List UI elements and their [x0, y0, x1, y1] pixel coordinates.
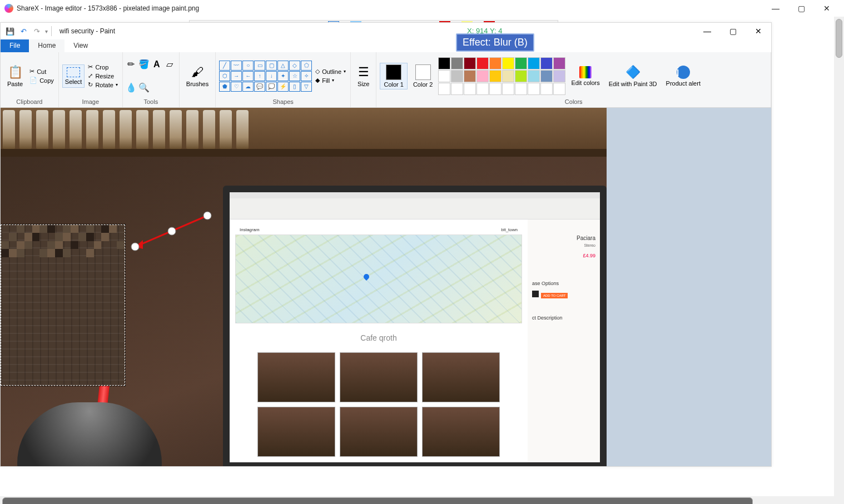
color-swatch[interactable]	[451, 83, 463, 95]
resize-label: Resize	[95, 73, 114, 79]
color-swatch[interactable]	[489, 70, 502, 82]
color-palette[interactable]	[438, 57, 565, 95]
color-swatch[interactable]	[464, 57, 476, 69]
crop-button[interactable]: ✂Crop	[87, 63, 118, 71]
shapes-gallery[interactable]: ╱〰○▭▢△◇⬠ ⬡→←↑↓✦☆✧ ⬟♡☁💬💭⚡▯▽	[219, 61, 312, 92]
shelf-top	[1, 108, 607, 151]
ribbon-tabs: File Home View	[1, 39, 771, 52]
shape-fill-button[interactable]: ◆Fill ▾	[314, 76, 347, 84]
paint-canvas-area[interactable]: Instagram bit_town Cafe qroth Paciar	[1, 108, 771, 466]
brushes-button[interactable]: 🖌Brushes	[183, 64, 212, 88]
tab-view[interactable]: View	[64, 39, 97, 52]
save-icon[interactable]: 💾	[5, 26, 15, 36]
crop-icon: ✂	[88, 63, 93, 71]
color-swatch[interactable]	[451, 57, 463, 69]
paint-window: 💾 ↶ ↷ ▾ wifi security - Paint — ▢ ✕ File…	[0, 22, 772, 467]
color-swatch[interactable]	[528, 83, 540, 95]
tab-file[interactable]: File	[1, 39, 29, 52]
size-button[interactable]: ☰Size	[354, 64, 373, 88]
product-title: Paciara	[532, 235, 595, 241]
color-swatch[interactable]	[553, 57, 565, 69]
sharex-close-button[interactable]: ✕	[814, 0, 840, 17]
group-image: Select ✂Crop ⤢Resize ↻Rotate ▾ Image	[59, 52, 123, 107]
color-swatch[interactable]	[476, 57, 489, 69]
fill-icon: ◆	[315, 77, 320, 84]
color-1-swatch	[386, 64, 401, 80]
paint-titlebar: 💾 ↶ ↷ ▾ wifi security - Paint — ▢ ✕	[1, 23, 771, 39]
color-swatch[interactable]	[553, 83, 565, 95]
vertical-scrollbar[interactable]	[834, 17, 844, 504]
redo-icon[interactable]: ↷	[32, 26, 42, 36]
color-swatch[interactable]	[540, 83, 553, 95]
color-swatch[interactable]	[438, 70, 450, 82]
fill-tool[interactable]: 🪣	[139, 59, 149, 69]
desc-heading: ct Description	[532, 315, 595, 321]
color-swatch[interactable]	[502, 83, 514, 95]
text-tool[interactable]: A	[152, 59, 162, 69]
color-swatch[interactable]	[528, 70, 540, 82]
color-swatch[interactable]	[540, 70, 553, 82]
rotate-button[interactable]: ↻Rotate ▾	[87, 81, 118, 89]
magnifier-tool[interactable]: 🔍	[139, 83, 149, 93]
color-swatch[interactable]	[476, 70, 489, 82]
sharex-maximize-button[interactable]: ▢	[788, 0, 814, 17]
color-swatch[interactable]	[438, 57, 450, 69]
color-1-button[interactable]: Color 1	[380, 63, 407, 89]
photo-image: Instagram bit_town Cafe qroth Paciar	[1, 108, 607, 466]
color-2-button[interactable]: Color 2	[410, 63, 436, 89]
paint-3d-button[interactable]: 🔷Edit with Paint 3D	[605, 64, 661, 88]
product-alert-button[interactable]: iProduct alert	[663, 64, 704, 88]
paste-button[interactable]: 📋 Paste	[4, 64, 26, 88]
color-swatch[interactable]	[489, 83, 502, 95]
color-swatch[interactable]	[451, 70, 463, 82]
color-swatch[interactable]	[528, 57, 540, 69]
paint-minimize-button[interactable]: —	[694, 23, 720, 39]
pixelated-selection[interactable]	[1, 224, 125, 386]
horizontal-scrollbar[interactable]	[0, 496, 834, 504]
color-swatch[interactable]	[515, 83, 527, 95]
color-swatch[interactable]	[540, 57, 553, 69]
eraser-tool[interactable]: ▱	[165, 59, 175, 69]
paint-maximize-button[interactable]: ▢	[720, 23, 746, 39]
color-2-label: Color 2	[413, 81, 433, 88]
color-swatch[interactable]	[515, 70, 527, 82]
picker-tool[interactable]: 💧	[126, 83, 136, 93]
outline-label: Outline	[322, 68, 341, 75]
cut-label: Cut	[37, 68, 46, 75]
svg-marker-3	[135, 240, 143, 249]
color-swatch[interactable]	[502, 70, 514, 82]
select-button[interactable]: Select	[62, 64, 85, 88]
color-swatch[interactable]	[438, 83, 450, 95]
paint-window-title: wifi security - Paint	[56, 27, 694, 35]
sharex-minimize-button[interactable]: —	[763, 0, 788, 17]
shape-outline-button[interactable]: ◇Outline ▾	[314, 67, 347, 76]
crop-label: Crop	[95, 64, 108, 71]
cut-button[interactable]: ✂Cut	[28, 67, 55, 76]
clipboard-icon: 📋	[8, 65, 23, 79]
add-to-cart-button[interactable]: ADD TO CART	[541, 293, 568, 298]
resize-button[interactable]: ⤢Resize	[87, 72, 118, 80]
product-alert-label: Product alert	[666, 80, 701, 87]
color-swatch[interactable]	[476, 83, 489, 95]
brush-icon: 🖌	[191, 65, 203, 79]
paint-3d-label: Edit with Paint 3D	[609, 81, 657, 87]
color-swatch[interactable]	[553, 70, 565, 82]
paint-close-button[interactable]: ✕	[746, 23, 771, 39]
tab-home[interactable]: Home	[29, 39, 64, 52]
sidebar-panel: Paciara Stereo £4.99 ase Options ADD TO …	[528, 219, 600, 462]
red-arrow-drawing[interactable]	[125, 208, 220, 258]
undo-icon[interactable]: ↶	[18, 26, 28, 36]
edit-colors-button[interactable]: Edit colors	[568, 65, 603, 87]
group-shapes-label: Shapes	[219, 98, 347, 106]
color-swatch[interactable]	[464, 83, 476, 95]
color-swatch[interactable]	[515, 57, 527, 69]
color-swatch[interactable]	[489, 57, 502, 69]
pencil-tool[interactable]: ✏	[126, 59, 136, 69]
paint3d-icon: 🔷	[625, 65, 641, 79]
laptop: Instagram bit_town Cafe qroth Paciar	[223, 186, 607, 466]
rotate-label: Rotate	[95, 82, 113, 88]
qa-dropdown-icon[interactable]: ▾	[45, 28, 48, 34]
color-swatch[interactable]	[502, 57, 514, 69]
copy-button[interactable]: 📄Copy	[28, 76, 55, 84]
color-swatch[interactable]	[464, 70, 476, 82]
